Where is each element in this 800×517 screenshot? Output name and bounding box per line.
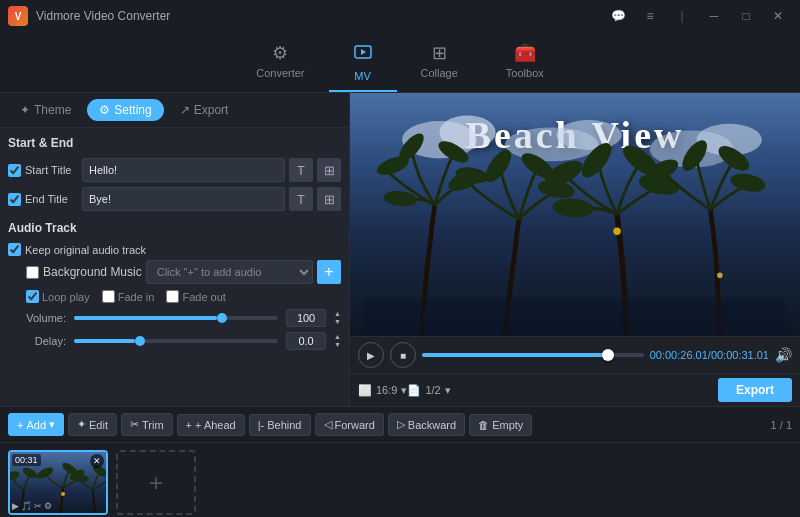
- add-audio-button[interactable]: +: [317, 260, 341, 284]
- thumb-cut-icon[interactable]: ✂: [34, 501, 42, 511]
- chat-icon[interactable]: 💬: [604, 6, 632, 26]
- delay-fill: [74, 339, 135, 343]
- svg-point-11: [383, 190, 418, 208]
- preview-area: Beach View: [350, 93, 800, 336]
- volume-thumb[interactable]: [217, 313, 227, 323]
- volume-spinner[interactable]: ▲ ▼: [334, 310, 341, 327]
- start-title-row: Start Title T ⊞: [8, 158, 341, 182]
- background-music-checkbox[interactable]: [26, 266, 39, 279]
- menu-icon[interactable]: ≡: [636, 6, 664, 26]
- audio-section: Audio Track Keep original audio track Ba…: [8, 221, 341, 350]
- delay-value[interactable]: [286, 332, 326, 350]
- title-bar-controls: 💬 ≡ | ─ □ ✕: [604, 6, 792, 26]
- svg-point-20: [552, 197, 595, 219]
- fade-in-option[interactable]: Fade in: [102, 290, 155, 303]
- start-title-label[interactable]: Start Title: [8, 164, 78, 177]
- behind-button[interactable]: |- Behind: [249, 414, 311, 436]
- add-media-button[interactable]: +: [116, 450, 196, 515]
- delay-down[interactable]: ▼: [334, 341, 341, 349]
- volume-label: Volume:: [16, 312, 66, 324]
- collage-icon: ⊞: [432, 42, 447, 64]
- start-title-input[interactable]: [82, 158, 285, 182]
- delay-slider[interactable]: [74, 339, 278, 343]
- loop-play-checkbox[interactable]: [26, 290, 39, 303]
- tab-mv[interactable]: MV: [329, 36, 397, 92]
- delay-thumb[interactable]: [135, 336, 145, 346]
- background-music-label: Background Music: [43, 265, 142, 279]
- forward-icon: ◁: [324, 418, 332, 431]
- end-title-input[interactable]: [82, 187, 285, 211]
- edit-label: Edit: [89, 419, 108, 431]
- volume-icon[interactable]: 🔊: [775, 347, 792, 363]
- sub-tab-export[interactable]: ↗ Export: [168, 99, 241, 121]
- volume-value[interactable]: [286, 309, 326, 327]
- loop-play-option[interactable]: Loop play: [26, 290, 90, 303]
- volume-down[interactable]: ▼: [334, 318, 341, 326]
- delay-row: Delay: ▲ ▼: [8, 332, 341, 350]
- end-title-checkbox[interactable]: [8, 193, 21, 206]
- export-button[interactable]: Export: [718, 378, 792, 402]
- thumb-play-icon[interactable]: ▶: [12, 501, 19, 511]
- aspect-ratio[interactable]: ⬜ 16:9 ▾: [358, 384, 407, 397]
- ahead-button[interactable]: + + Ahead: [177, 414, 245, 436]
- fade-out-checkbox[interactable]: [166, 290, 179, 303]
- keep-original-row: Keep original audio track: [8, 243, 341, 256]
- tab-converter-label: Converter: [256, 67, 304, 79]
- audio-track-title: Audio Track: [8, 221, 341, 235]
- tab-toolbox-label: Toolbox: [506, 67, 544, 79]
- thumb-close-button[interactable]: ✕: [90, 454, 104, 468]
- tab-collage[interactable]: ⊞ Collage: [397, 36, 482, 92]
- aspect-ratio-icon: ⬜: [358, 384, 372, 397]
- page-chevron: ▾: [445, 384, 451, 397]
- end-title-font-button[interactable]: T: [289, 187, 313, 211]
- forward-button[interactable]: ◁ Forward: [315, 413, 384, 436]
- export-icon: ↗: [180, 103, 190, 117]
- thumb-settings-icon[interactable]: ⚙: [44, 501, 52, 511]
- setting-icon: ⚙: [99, 103, 110, 117]
- tab-collage-label: Collage: [421, 67, 458, 79]
- edit-button[interactable]: ✦ Edit: [68, 413, 117, 436]
- empty-icon: 🗑: [478, 419, 489, 431]
- maximize-button[interactable]: □: [732, 6, 760, 26]
- tab-toolbox[interactable]: 🧰 Toolbox: [482, 36, 568, 92]
- sub-tab-theme-label: Theme: [34, 103, 71, 117]
- end-title-style-button[interactable]: ⊞: [317, 187, 341, 211]
- page-info[interactable]: 📄 1/2 ▾: [407, 384, 450, 397]
- fade-out-option[interactable]: Fade out: [166, 290, 225, 303]
- sub-tab-theme[interactable]: ✦ Theme: [8, 99, 83, 121]
- audio-dropdown[interactable]: Click "+" to add audio: [146, 260, 313, 284]
- start-title-font-button[interactable]: T: [289, 158, 313, 182]
- left-panel: ✦ Theme ⚙ Setting ↗ Export Start & End: [0, 93, 350, 406]
- sub-tab-setting[interactable]: ⚙ Setting: [87, 99, 163, 121]
- toolbox-icon: 🧰: [514, 42, 536, 64]
- minimize-button[interactable]: ─: [700, 6, 728, 26]
- tab-converter[interactable]: ⚙ Converter: [232, 36, 328, 92]
- delay-spinner[interactable]: ▲ ▼: [334, 333, 341, 350]
- start-title-style-button[interactable]: ⊞: [317, 158, 341, 182]
- progress-bar[interactable]: [422, 353, 644, 357]
- empty-button[interactable]: 🗑 Empty: [469, 414, 532, 436]
- trim-button[interactable]: ✂ Trim: [121, 413, 173, 436]
- stop-button[interactable]: ■: [390, 342, 416, 368]
- close-button[interactable]: ✕: [764, 6, 792, 26]
- delay-up[interactable]: ▲: [334, 333, 341, 341]
- volume-slider[interactable]: [74, 316, 278, 320]
- svg-rect-27: [365, 299, 786, 336]
- start-title-checkbox[interactable]: [8, 164, 21, 177]
- backward-button[interactable]: ▷ Backward: [388, 413, 465, 436]
- keep-original-label: Keep original audio track: [25, 244, 146, 256]
- thumb-audio-icon[interactable]: 🎵: [21, 501, 32, 511]
- keep-original-checkbox[interactable]: [8, 243, 21, 256]
- end-title-label[interactable]: End Title: [8, 193, 78, 206]
- progress-thumb[interactable]: [602, 349, 614, 361]
- svg-point-15: [536, 178, 576, 201]
- fade-in-checkbox[interactable]: [102, 290, 115, 303]
- media-thumb[interactable]: ✕ 00:31 ▶ 🎵 ✂ ⚙: [8, 450, 108, 515]
- start-end-title: Start & End: [8, 136, 341, 150]
- svg-point-36: [61, 492, 65, 496]
- add-button[interactable]: + Add ▾: [8, 413, 64, 436]
- svg-point-19: [637, 171, 681, 198]
- tab-mv-label: MV: [354, 70, 371, 82]
- volume-up[interactable]: ▲: [334, 310, 341, 318]
- play-button[interactable]: ▶: [358, 342, 384, 368]
